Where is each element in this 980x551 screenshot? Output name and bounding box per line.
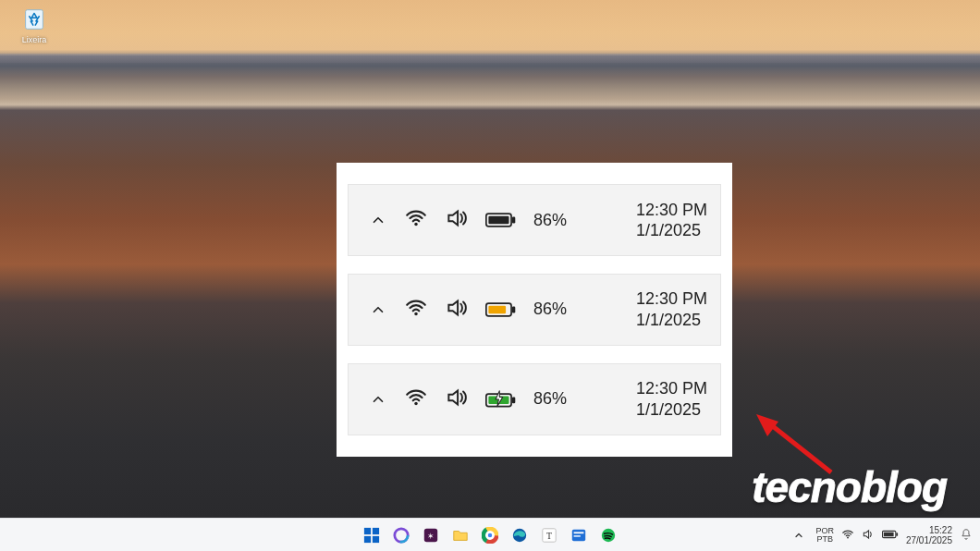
svg-rect-38 — [896, 533, 898, 536]
watermark-text: tecnoblog — [752, 462, 947, 512]
svg-rect-16 — [373, 527, 379, 533]
app-blue-icon[interactable] — [569, 525, 589, 545]
battery-full-icon[interactable] — [485, 211, 517, 229]
svg-text:T: T — [546, 530, 552, 540]
battery-percent: 86% — [533, 300, 567, 319]
chevron-up-icon[interactable] — [369, 211, 387, 229]
spotify-icon[interactable] — [598, 525, 619, 545]
chevron-up-icon[interactable] — [369, 390, 387, 409]
language-indicator[interactable]: POR PTB — [815, 527, 834, 544]
svg-rect-15 — [364, 527, 371, 533]
taskbar-time: 15:22 — [929, 525, 952, 535]
wallpaper-sky — [0, 0, 980, 55]
svg-rect-8 — [488, 306, 506, 314]
taskbar-clock[interactable]: 15:22 27/01/2025 — [906, 525, 952, 545]
tray-date: 1/1/2025 — [636, 220, 707, 241]
svg-text:✶: ✶ — [427, 531, 435, 540]
language-line2: PTB — [816, 535, 833, 544]
svg-rect-17 — [364, 535, 371, 542]
copilot-icon[interactable] — [391, 525, 411, 545]
svg-rect-33 — [574, 532, 584, 533]
svg-rect-4 — [488, 216, 508, 225]
svg-rect-39 — [884, 532, 894, 536]
app-icon[interactable]: ✶ — [421, 525, 441, 545]
tray-datetime[interactable]: 12:30 PM 1/1/2025 — [636, 288, 707, 330]
battery-percent: 86% — [533, 211, 567, 230]
svg-rect-11 — [512, 397, 515, 403]
volume-icon[interactable] — [445, 386, 469, 413]
edge-icon[interactable] — [509, 525, 530, 545]
file-explorer-icon[interactable] — [450, 525, 471, 545]
tray-datetime[interactable]: 12:30 PM 1/1/2025 — [636, 378, 707, 420]
taskbar-right: POR PTB 15:22 27/01/2025 — [790, 525, 980, 545]
svg-point-9 — [414, 401, 417, 404]
recycle-bin[interactable]: Lixeira — [11, 6, 57, 44]
desktop: Lixeira 86% 12:30 PM 1/1/2025 — [0, 0, 980, 551]
wallpaper-ridge — [0, 54, 980, 63]
recycle-bin-icon — [20, 6, 48, 33]
tray-time: 12:30 PM — [636, 288, 707, 310]
wifi-tray-icon[interactable] — [841, 528, 854, 543]
tray-examples-panel: 86% 12:30 PM 1/1/2025 86% 12:30 PM — [337, 163, 732, 457]
tray-row-full: 86% 12:30 PM 1/1/2025 — [348, 184, 721, 256]
volume-tray-icon[interactable] — [862, 528, 875, 543]
wifi-icon[interactable] — [404, 386, 428, 413]
chevron-up-icon[interactable] — [369, 300, 387, 319]
battery-low-icon[interactable] — [485, 300, 517, 319]
volume-icon[interactable] — [445, 296, 469, 324]
taskbar: ✶ T POR — [0, 518, 980, 551]
battery-percent: 86% — [533, 389, 567, 409]
svg-rect-34 — [574, 535, 581, 537]
wifi-icon[interactable] — [404, 296, 428, 324]
tray-datetime[interactable]: 12:30 PM 1/1/2025 — [636, 200, 707, 241]
tray-date: 1/1/2025 — [636, 310, 707, 331]
volume-icon[interactable] — [445, 206, 469, 234]
svg-point-1 — [414, 223, 417, 226]
taskbar-date: 27/01/2025 — [906, 535, 952, 545]
tray-row-charging: 86% 12:30 PM 1/1/2025 — [348, 363, 721, 435]
svg-marker-14 — [756, 414, 778, 436]
svg-point-36 — [847, 536, 849, 538]
svg-point-5 — [414, 312, 417, 315]
app-t-icon[interactable]: T — [539, 525, 559, 545]
tray-row-low: 86% 12:30 PM 1/1/2025 — [348, 274, 721, 346]
battery-charging-icon[interactable] — [485, 389, 517, 410]
battery-tray-icon[interactable] — [882, 529, 899, 542]
svg-rect-3 — [512, 217, 515, 224]
wifi-icon[interactable] — [404, 206, 428, 234]
notifications-icon[interactable] — [960, 528, 973, 543]
taskbar-center: ✶ T — [361, 525, 619, 545]
start-button[interactable] — [361, 525, 382, 545]
svg-rect-7 — [512, 307, 515, 313]
tray-time: 12:30 PM — [636, 378, 707, 399]
recycle-bin-label: Lixeira — [11, 35, 57, 44]
svg-rect-18 — [373, 535, 379, 542]
tray-overflow-chevron-icon[interactable] — [790, 526, 808, 545]
tray-time: 12:30 PM — [636, 200, 707, 221]
chrome-icon[interactable] — [480, 525, 500, 545]
tray-date: 1/1/2025 — [636, 399, 707, 421]
